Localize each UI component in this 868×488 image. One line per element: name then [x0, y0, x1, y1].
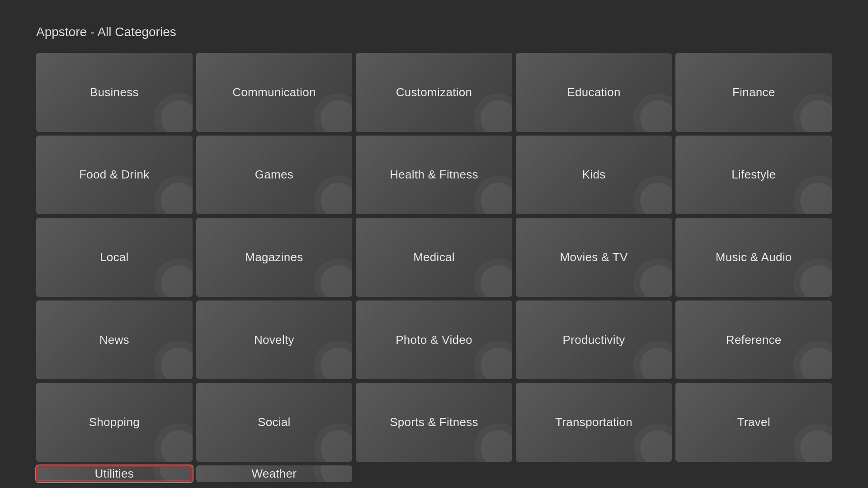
page-title: Appstore - All Categories — [0, 0, 868, 39]
category-tile-weather[interactable]: Weather — [196, 465, 353, 482]
category-label-games: Games — [255, 168, 293, 182]
category-tile-communication[interactable]: Communication — [196, 53, 353, 132]
category-label-productivity: Productivity — [563, 333, 625, 347]
category-tile-photo-video[interactable]: Photo & Video — [356, 300, 512, 380]
category-tile-news[interactable]: News — [36, 300, 193, 380]
category-tile-music-audio[interactable]: Music & Audio — [675, 218, 832, 297]
category-tile-health-fitness[interactable]: Health & Fitness — [356, 136, 512, 215]
category-tile-kids[interactable]: Kids — [516, 136, 672, 215]
category-tile-education[interactable]: Education — [516, 53, 672, 132]
category-label-news: News — [99, 333, 129, 347]
category-label-transportation: Transportation — [555, 415, 632, 429]
category-label-music-audio: Music & Audio — [716, 250, 792, 264]
category-tile-magazines[interactable]: Magazines — [196, 218, 353, 297]
category-label-local: Local — [100, 250, 129, 264]
category-label-medical: Medical — [413, 250, 455, 264]
category-tile-games[interactable]: Games — [196, 136, 353, 215]
category-label-communication: Communication — [232, 85, 316, 99]
category-tile-productivity[interactable]: Productivity — [516, 300, 672, 380]
category-tile-social[interactable]: Social — [196, 383, 353, 462]
category-tile-medical[interactable]: Medical — [356, 218, 512, 297]
category-label-food-drink: Food & Drink — [79, 168, 149, 182]
category-label-magazines: Magazines — [245, 250, 303, 264]
category-tile-reference[interactable]: Reference — [675, 300, 832, 380]
category-tile-novelty[interactable]: Novelty — [196, 300, 353, 380]
category-tile-finance[interactable]: Finance — [675, 53, 832, 132]
category-label-weather: Weather — [251, 467, 297, 481]
category-tile-travel[interactable]: Travel — [675, 383, 832, 462]
category-tile-shopping[interactable]: Shopping — [36, 383, 193, 462]
category-tile-food-drink[interactable]: Food & Drink — [36, 136, 193, 215]
category-label-lifestyle: Lifestyle — [731, 168, 776, 182]
category-label-travel: Travel — [737, 415, 770, 429]
category-label-kids: Kids — [582, 168, 606, 182]
category-label-business: Business — [90, 85, 139, 99]
category-label-movies-tv: Movies & TV — [560, 250, 627, 264]
category-tile-local[interactable]: Local — [36, 218, 193, 297]
category-label-photo-video: Photo & Video — [396, 333, 472, 347]
category-label-customization: Customization — [396, 85, 472, 99]
category-label-shopping: Shopping — [89, 415, 140, 429]
category-tile-transportation[interactable]: Transportation — [516, 383, 672, 462]
category-label-social: Social — [258, 415, 291, 429]
category-label-finance: Finance — [732, 85, 775, 99]
category-tile-movies-tv[interactable]: Movies & TV — [516, 218, 672, 297]
category-tile-business[interactable]: Business — [36, 53, 193, 132]
category-tile-customization[interactable]: Customization — [356, 53, 512, 132]
category-label-novelty: Novelty — [254, 333, 294, 347]
category-tile-utilities[interactable]: Utilities — [36, 465, 193, 482]
category-tile-sports-fitness[interactable]: Sports & Fitness — [356, 383, 512, 462]
category-label-health-fitness: Health & Fitness — [390, 168, 478, 182]
category-label-sports-fitness: Sports & Fitness — [390, 415, 478, 429]
category-label-reference: Reference — [726, 333, 782, 347]
categories-grid: BusinessCommunicationCustomizationEducat… — [0, 53, 868, 482]
category-tile-lifestyle[interactable]: Lifestyle — [675, 136, 832, 215]
category-label-utilities: Utilities — [95, 467, 134, 481]
category-label-education: Education — [567, 85, 620, 99]
